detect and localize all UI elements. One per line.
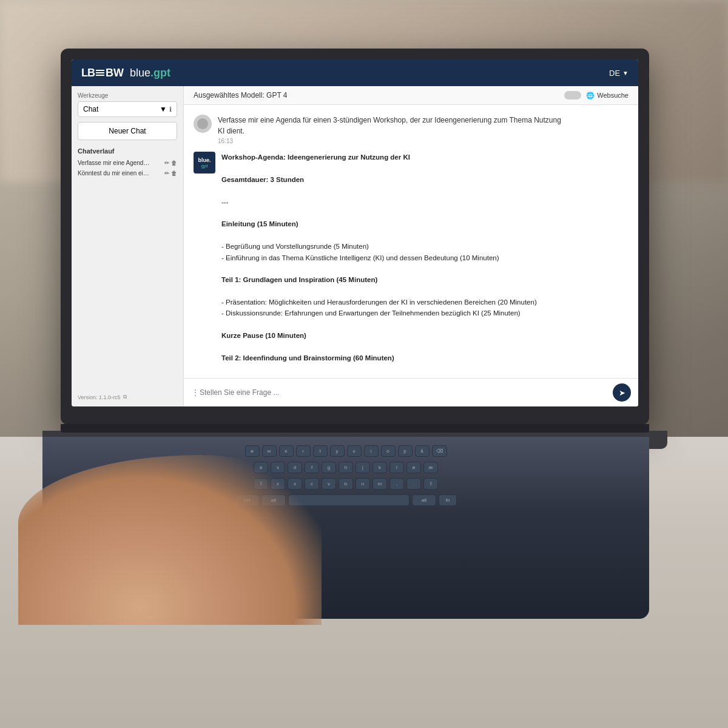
bot-message: blue. gpt Workshop-Agenda: Ideengenerier… — [194, 152, 629, 378]
key[interactable]: p — [398, 445, 413, 457]
key[interactable]: b — [339, 478, 353, 490]
user-message-text: Verfasse mir eine Agenda für einen 3-stü… — [218, 115, 566, 136]
logo-bw: BW — [106, 67, 124, 79]
keyboard-row-1: ø w e r t y u i o p å ⌫ — [49, 443, 643, 459]
top-bar: LB BW blue . gpt DE ▼ — [72, 59, 638, 86]
messages-container: Verfasse mir eine Agenda für einen 3-stü… — [184, 105, 638, 378]
history-item-text-1: Verfasse mir eine Agenda für e... — [78, 160, 150, 166]
list-item[interactable]: Könntest du mir einen einfache... ✏ 🗑 — [78, 170, 177, 177]
key[interactable]: h — [339, 462, 353, 473]
bot-logo-blue: blue. — [198, 157, 211, 163]
websearch-text: Websuche — [597, 92, 629, 99]
laptop-screen: LB BW blue . gpt DE ▼ — [72, 59, 638, 406]
logo-line-3 — [96, 75, 104, 76]
header-controls: 🌐 Websuche — [564, 91, 629, 99]
key[interactable]: æ — [423, 462, 438, 473]
laptop-hinge — [61, 424, 649, 433]
menu-dots-icon[interactable]: ⋮ — [191, 388, 200, 397]
language-label: DE — [609, 69, 620, 78]
key[interactable]: g — [322, 462, 336, 473]
key[interactable]: d — [288, 462, 302, 473]
avatar-icon — [197, 118, 208, 129]
chat-area: Ausgewähltes Modell: GPT 4 🌐 Websuche — [184, 86, 638, 406]
new-chat-button[interactable]: Neuer Chat — [78, 122, 177, 140]
bot-title: Workshop-Agenda: Ideengenerierung zur Nu… — [221, 153, 410, 161]
history-item-actions-1: ✏ 🗑 — [164, 160, 177, 166]
werkzeuge-label: Werkzeuge — [78, 92, 177, 99]
key[interactable]: ø — [245, 445, 260, 457]
key[interactable]: c — [305, 478, 319, 490]
logo-line-1 — [96, 70, 104, 71]
key[interactable]: l — [389, 462, 404, 473]
key[interactable]: w — [262, 445, 277, 457]
key[interactable]: , — [389, 478, 404, 490]
version-text: Version: 1.1.0-rc5 — [78, 394, 121, 400]
key[interactable]: m — [372, 478, 387, 490]
globe-icon: 🌐 — [586, 92, 595, 99]
websearch-label: 🌐 Websuche — [586, 92, 629, 99]
screen-bezel: LB BW blue . gpt DE ▼ — [61, 49, 649, 425]
sidebar: Werkzeuge Chat ▼ ℹ Neuer Chat Chatverlau… — [72, 86, 184, 406]
logo-lines-icon — [96, 70, 104, 76]
key[interactable]: f — [305, 462, 319, 473]
key[interactable]: v — [322, 478, 336, 490]
chat-header: Ausgewähltes Modell: GPT 4 🌐 Websuche — [184, 86, 638, 105]
key[interactable]: ø — [406, 462, 421, 473]
alt-right-key[interactable]: alt — [412, 494, 436, 506]
delete-icon[interactable]: 🗑 — [171, 160, 177, 166]
language-selector[interactable]: DE ▼ — [609, 69, 629, 78]
main-content: Werkzeuge Chat ▼ ℹ Neuer Chat Chatverlau… — [72, 86, 638, 406]
logo-gpt: gpt — [153, 67, 170, 79]
chatverlauf-heading: Chatverlauf — [78, 147, 177, 155]
key[interactable]: n — [356, 478, 370, 490]
key[interactable]: y — [330, 445, 345, 457]
key[interactable]: u — [347, 445, 362, 457]
delete-icon[interactable]: 🗑 — [171, 170, 177, 177]
chat-input[interactable] — [200, 388, 613, 397]
send-icon: ➤ — [619, 388, 625, 397]
list-item[interactable]: Verfasse mir eine Agenda für e... ✏ 🗑 — [78, 160, 177, 166]
copy-icon[interactable]: ⧉ — [123, 394, 127, 400]
hand-overlay — [18, 455, 322, 625]
key[interactable]: ⌫ — [432, 445, 447, 457]
user-bubble: Verfasse mir eine Agenda für einen 3-stü… — [218, 115, 566, 144]
shift-key-right[interactable]: ⇧ — [423, 478, 438, 490]
user-avatar — [194, 115, 212, 133]
key[interactable]: j — [356, 462, 370, 473]
key[interactable]: o — [381, 445, 396, 457]
key[interactable]: t — [313, 445, 328, 457]
tool-dropdown[interactable]: Chat ▼ ℹ — [78, 101, 177, 117]
top-bar-right: DE ▼ — [609, 69, 629, 78]
key[interactable]: å — [415, 445, 430, 457]
logo-lb: LB — [81, 67, 95, 79]
user-message-time: 16:13 — [218, 138, 566, 144]
send-button[interactable]: ➤ — [613, 383, 631, 402]
user-message: Verfasse mir eine Agenda für einen 3-stü… — [194, 115, 629, 144]
model-label: Ausgewähltes Modell: GPT 4 — [194, 91, 288, 99]
info-icon: ℹ — [169, 106, 172, 113]
chat-input-row: ⋮ ➤ — [184, 378, 638, 406]
edit-icon[interactable]: ✏ — [164, 170, 169, 177]
key[interactable]: i — [364, 445, 379, 457]
history-item-text-2: Könntest du mir einen einfache... — [78, 170, 150, 177]
bot-logo-gpt: gpt — [201, 163, 207, 169]
app-logo: LB BW blue . gpt — [81, 67, 170, 79]
key[interactable]: r — [296, 445, 311, 457]
bot-bubble: Workshop-Agenda: Ideengenerierung zur Nu… — [221, 152, 629, 378]
edit-icon[interactable]: ✏ — [164, 160, 169, 166]
chevron-down-icon: ▼ — [622, 70, 629, 76]
history-item-actions-2: ✏ 🗑 — [164, 170, 177, 177]
logo-blue: blue — [127, 67, 150, 79]
bot-avatar: blue. gpt — [194, 152, 215, 174]
fn-key[interactable]: fn — [439, 494, 457, 506]
key[interactable]: k — [372, 462, 387, 473]
tool-dropdown-value: Chat — [83, 105, 98, 113]
key[interactable]: . — [406, 478, 421, 490]
dropdown-controls: ▼ ℹ — [160, 105, 172, 113]
chevron-down-icon: ▼ — [160, 105, 167, 113]
key[interactable]: e — [279, 445, 294, 457]
bot-message-text: Workshop-Agenda: Ideengenerierung zur Nu… — [221, 152, 629, 378]
version-info: Version: 1.1.0-rc5 ⧉ — [78, 394, 177, 400]
logo-line-2 — [96, 72, 104, 73]
websearch-toggle[interactable] — [564, 91, 581, 99]
